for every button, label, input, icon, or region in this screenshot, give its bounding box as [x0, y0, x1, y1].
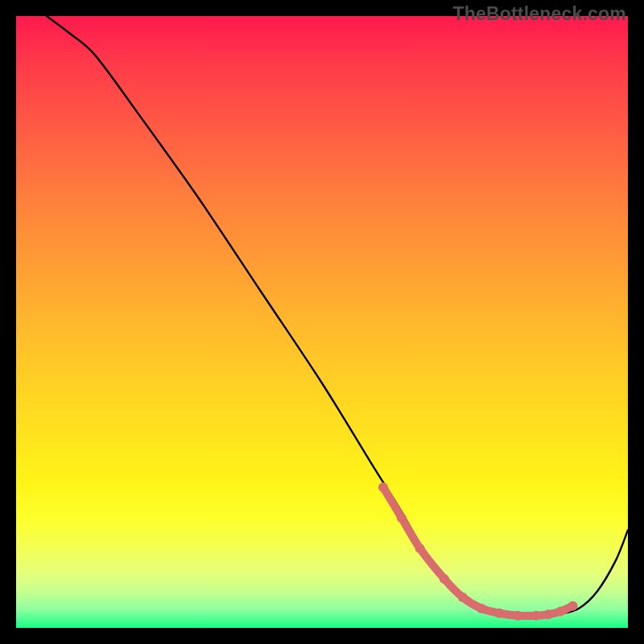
optimal-range-dots: [378, 482, 578, 621]
optimal-range-dot: [568, 601, 578, 611]
bottleneck-chart: [16, 16, 628, 628]
optimal-range-dot: [397, 513, 407, 522]
optimal-range-dot: [531, 611, 541, 621]
optimal-range-dot: [513, 611, 522, 621]
optimal-range-dot: [378, 482, 388, 492]
watermark-text: TheBottleneck.com: [452, 3, 626, 25]
optimal-range-dot: [477, 604, 486, 613]
optimal-range-dot: [555, 606, 565, 616]
optimal-range-dot: [415, 543, 425, 553]
optimal-range-dot: [494, 609, 504, 618]
optimal-range-highlight: [383, 487, 573, 616]
optimal-range-dot: [543, 609, 553, 619]
optimal-range-dot: [440, 574, 449, 584]
bottleneck-curve-line: [47, 16, 628, 616]
optimal-range-dot: [458, 592, 468, 602]
outer-frame: TheBottleneck.com: [0, 0, 644, 644]
